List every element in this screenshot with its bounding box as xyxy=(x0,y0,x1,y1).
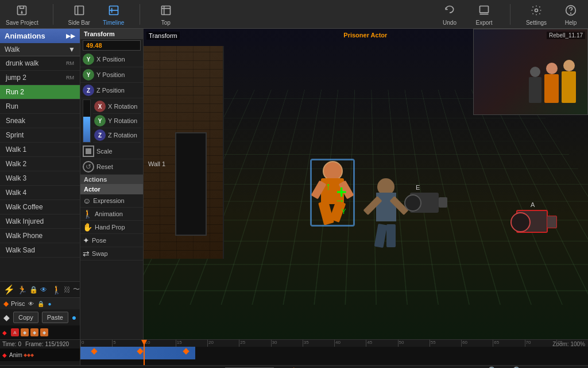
animations-header: Animations ▶▶ xyxy=(0,29,80,43)
anim-item-walk-coffee[interactable]: Walk Coffee xyxy=(0,200,80,214)
lock-icon: 🔒 xyxy=(29,286,38,294)
time-info-row: Time: 0 Frame: 115/1920 xyxy=(0,340,80,348)
ruler-marks: 0 5 10 15 20 25 30 35 40 45 50 55 60 65 … xyxy=(80,340,588,347)
actor-vis-icon[interactable]: ● xyxy=(48,301,51,307)
anim-dot-1: A xyxy=(11,328,19,336)
scale-row[interactable]: Scale xyxy=(80,144,143,159)
ruler-40: 40 xyxy=(334,340,366,347)
reset-icon: ↺ xyxy=(83,161,94,172)
animation-list: drunk walk RM jump 2 RM Run 2 Run Sneak … xyxy=(0,56,80,281)
anim-item-walk4[interactable]: Walk 4 xyxy=(0,186,80,200)
animations-icon: ▶▶ xyxy=(66,33,75,39)
anim-item-walk-injured[interactable]: Walk Injured xyxy=(0,214,80,229)
ruler-45: 45 xyxy=(366,340,397,347)
viewport-transform-label: Transform xyxy=(146,32,180,40)
x-icon-xrot: X xyxy=(94,101,106,112)
swap-row[interactable]: ⇄ Swap xyxy=(80,247,143,260)
mini-char-1 xyxy=(544,74,559,103)
save-icon xyxy=(14,2,30,18)
mini-char-2 xyxy=(562,71,576,103)
anim-item-walk-sad[interactable]: Walk Sad xyxy=(0,243,80,258)
ruler-70: 70 xyxy=(525,340,556,347)
toolbar-separator-3 xyxy=(510,4,510,25)
anim-item-walk1[interactable]: Walk 1 xyxy=(0,143,80,157)
y-icon-xpos: Y xyxy=(83,53,94,65)
anim-item-walk-phone[interactable]: Walk Phone xyxy=(0,229,80,243)
ruler-35: 35 xyxy=(303,340,334,347)
anim-item-run[interactable]: Run xyxy=(0,99,80,114)
anim-dot-2: ◆ xyxy=(21,328,29,336)
ruler-15: 15 xyxy=(176,340,207,347)
hand-prop-icon: ✋ xyxy=(83,223,92,232)
mini-preview-content xyxy=(474,29,587,114)
undo-icon xyxy=(442,2,458,18)
export-icon xyxy=(476,2,492,18)
viewport[interactable]: Wall 1 Transform Prisoner Actor Rebell_1… xyxy=(144,29,588,339)
camera-a: A xyxy=(516,210,548,233)
eye-icon[interactable]: 👁 xyxy=(40,286,47,294)
hand-prop-row[interactable]: ✋ Hand Prop xyxy=(80,221,143,234)
actor-label: Prisoner Actor xyxy=(343,32,387,39)
actor-eye-icon[interactable]: 👁 xyxy=(28,301,34,307)
actor-label-right: Rebell_11.17 xyxy=(547,32,585,39)
y-position-row[interactable]: Y Y Position xyxy=(80,67,143,83)
copy-button[interactable]: Copy xyxy=(13,312,38,323)
actor-name-label: Prisc xyxy=(11,300,25,307)
anim-item-walk2[interactable]: Walk 2 xyxy=(0,157,80,171)
anim-item-sneak[interactable]: Sneak xyxy=(0,114,80,128)
export-button[interactable]: Export xyxy=(473,2,496,26)
z-icon-zpos: Z xyxy=(83,85,94,96)
reset-row[interactable]: ↺ Reset xyxy=(80,159,143,175)
person-icon: 🏃 xyxy=(17,285,27,294)
anim-dot-3: ◆ xyxy=(30,328,38,336)
save-project-button[interactable]: Save Project xyxy=(6,2,38,26)
anim-item-run2[interactable]: Run 2 xyxy=(0,85,80,99)
mini-char-3 xyxy=(529,77,541,103)
help-button[interactable]: Help xyxy=(559,2,582,26)
undo-button[interactable]: Undo xyxy=(438,2,461,26)
svg-point-1 xyxy=(22,12,23,13)
y-rotation-row[interactable]: Y Y Rotation xyxy=(93,114,141,128)
animation-row[interactable]: 🚶 Animation xyxy=(80,208,143,221)
timeline-icon xyxy=(106,2,122,18)
door xyxy=(175,132,207,236)
camera-e: E xyxy=(410,193,439,213)
x-rotation-row[interactable]: X X Rotation xyxy=(93,99,141,114)
expression-icon: ☺ xyxy=(83,196,91,205)
ruler-20: 20 xyxy=(207,340,239,347)
prisoner-character xyxy=(312,161,353,224)
bottom-section: Time: 0 Frame: 115/1920 ◆ Anim ◆◆◆ 0 5 1… xyxy=(0,339,588,368)
z-icon-zrot: Z xyxy=(94,129,106,141)
svg-point-12 xyxy=(535,9,538,12)
left-bottom: ⚡ 🏃 🔒 👁 🚶 ⛓ 〜 ◆ Prisc 👁 🔒 ● ◆ Copy Paste… xyxy=(0,281,80,339)
ruler-30: 30 xyxy=(271,340,303,347)
scale-icon xyxy=(83,145,94,157)
anim-item-drunk-walk[interactable]: drunk walk RM xyxy=(0,56,80,71)
figure-icon: ⚡ xyxy=(3,284,15,295)
timeline-track-labels: Time: 0 Frame: 115/1920 ◆ Anim ◆◆◆ xyxy=(0,340,80,365)
paste-button[interactable]: Paste xyxy=(42,312,68,323)
z-rotation-row[interactable]: Z Z Rotation xyxy=(93,128,141,143)
ruler-5: 5 xyxy=(112,340,144,347)
anim-item-walk3[interactable]: Walk 3 xyxy=(0,171,80,186)
x-position-row[interactable]: Y X Position xyxy=(80,52,143,67)
svg-rect-2 xyxy=(75,6,83,15)
z-position-row[interactable]: Z Z Position xyxy=(80,83,143,98)
pose-icon: ✦ xyxy=(83,236,90,245)
anim-item-sprint[interactable]: Sprint xyxy=(0,128,80,143)
pose-row[interactable]: ✦ Pose xyxy=(80,234,143,247)
sidebar-button[interactable]: Side Bar xyxy=(68,2,91,26)
settings-button[interactable]: Settings xyxy=(525,2,548,26)
expression-row[interactable]: ☺ Expression xyxy=(80,194,143,208)
paste-status-dot: ● xyxy=(72,313,76,322)
ruler-0: 0 xyxy=(80,340,112,347)
bar-props: X X Rotation Y Y Rotation Z Z Rotation xyxy=(93,99,141,143)
top-view-button[interactable]: Top xyxy=(154,2,177,26)
gizmo-y-label: Y xyxy=(341,208,346,216)
timeline-button[interactable]: Timeline xyxy=(102,2,125,26)
zoom-indicator: Zoom: 100% xyxy=(552,341,585,347)
svg-point-14 xyxy=(571,13,571,14)
walk-dropdown[interactable]: Walk ▼ xyxy=(0,43,80,56)
top-view-icon xyxy=(158,2,174,18)
anim-item-jump2[interactable]: jump 2 RM xyxy=(0,71,80,85)
